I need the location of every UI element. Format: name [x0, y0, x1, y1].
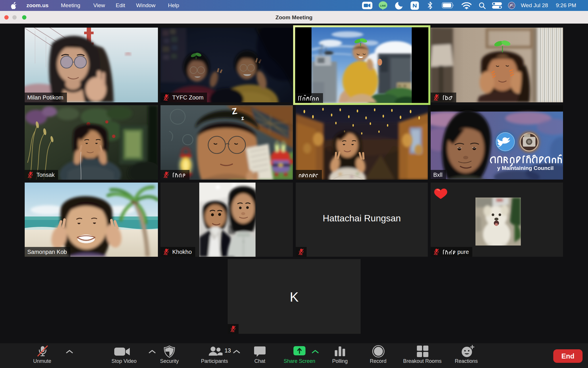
svg-text:LINE: LINE	[380, 4, 386, 7]
svg-text:y Maintaining Council: y Maintaining Council	[497, 165, 554, 171]
